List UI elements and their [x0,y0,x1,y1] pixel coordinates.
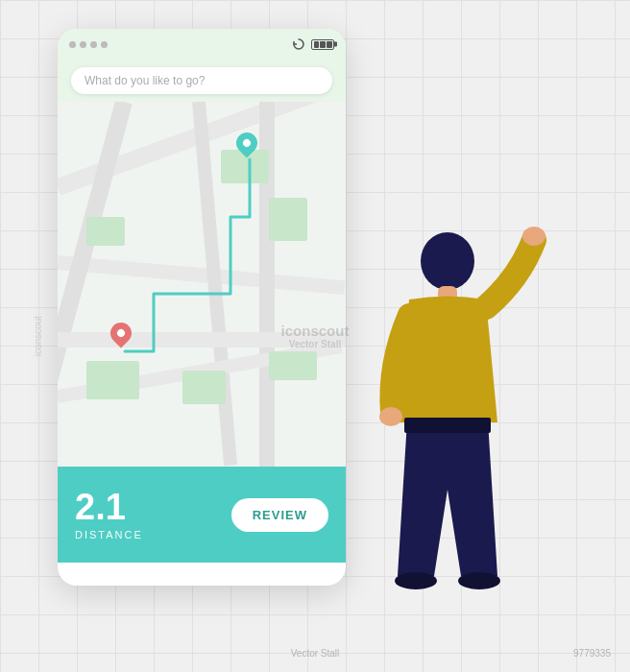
status-dot [69,41,76,48]
map-area[interactable] [58,102,346,467]
status-dots [69,41,108,48]
refresh-icon [292,37,305,51]
svg-point-0 [421,232,474,290]
status-right [292,37,334,51]
distance-label: DISTANCE [75,529,143,540]
status-dot [80,41,86,48]
distance-value: 2.1 [75,489,143,525]
info-panel: 2.1 DISTANCE REVIEW [58,467,346,563]
svg-rect-4 [404,418,491,433]
bottom-watermark: Vector Stall [291,648,340,659]
review-button[interactable]: REVIEW [231,498,328,532]
battery-icon [311,39,334,50]
route-line [58,102,346,467]
search-bar[interactable]: What do you like to go? [58,60,346,102]
phone-mockup: What do you like to go? [58,29,346,586]
destination-pin [236,132,257,154]
person-illustration [342,211,553,634]
search-placeholder: What do you like to go? [85,74,205,87]
svg-point-3 [379,407,402,426]
iconscout-watermark: iconscout Vector Stall [281,323,350,349]
svg-point-2 [522,227,545,246]
status-bar [58,29,346,60]
origin-pin [110,323,132,344]
left-watermark: iconscout [33,316,43,356]
status-dot [101,41,108,48]
svg-point-6 [458,572,500,589]
status-dot [90,41,97,48]
id-watermark: 9779335 [573,648,611,659]
person-svg [342,211,553,634]
distance-info: 2.1 DISTANCE [75,489,143,540]
svg-point-5 [395,572,437,589]
